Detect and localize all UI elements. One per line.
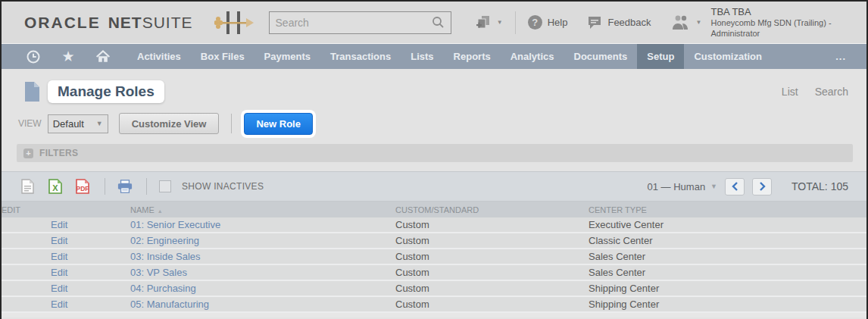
nav-item-lists[interactable]: Lists — [401, 44, 443, 69]
table-header-row: EDIT NAME▲ CUSTOM/STANDARD CENTER TYPE — [2, 202, 866, 217]
create-new-menu[interactable]: ▼ — [476, 14, 503, 30]
list-link[interactable]: List — [782, 86, 798, 98]
controls-divider — [231, 114, 232, 133]
next-page-button[interactable] — [752, 178, 772, 195]
nav-item-payments[interactable]: Payments — [254, 44, 320, 69]
help-icon: ? — [528, 15, 542, 30]
table-row: Edit 04: Purchasing Custom Shipping Cent… — [2, 281, 866, 297]
search-link[interactable]: Search — [815, 86, 848, 98]
table-row: Edit 03: Inside Sales Custom Sales Cente… — [2, 249, 866, 265]
custom-standard-value: Custom — [395, 267, 589, 278]
column-header-custom-standard: CUSTOM/STANDARD — [395, 205, 589, 214]
help-button[interactable]: ? Help — [528, 15, 568, 30]
edit-link[interactable]: Edit — [51, 251, 67, 262]
toolbar-divider — [146, 178, 147, 195]
new-role-button[interactable]: New Role — [244, 113, 313, 135]
pagination-group: 01 — Human ▼ TOTAL: 105 — [648, 178, 848, 195]
nav-item-reports[interactable]: Reports — [444, 44, 501, 69]
table-row: Edit 05: Manufacturing Custom Shipping C… — [2, 297, 866, 313]
global-search[interactable] — [269, 11, 451, 34]
filters-label: FILTERS — [39, 148, 78, 158]
table-row: Edit 01: Senior Executive Custom Executi… — [2, 217, 866, 233]
column-header-name-label: NAME — [130, 205, 155, 214]
page-title: Manage Roles — [58, 83, 155, 100]
top-header-bar: ORACLENETSUITE — [2, 2, 866, 44]
view-label: VIEW — [18, 118, 42, 129]
table-row: Edit 02: Engineering Custom Classic Cent… — [2, 233, 866, 249]
user-roles-menu[interactable]: ▼ — [671, 14, 702, 31]
column-header-edit: EDIT — [2, 205, 130, 214]
roles-table-body: Edit 01: Senior Executive Custom Executi… — [2, 217, 866, 313]
edit-link[interactable]: Edit — [51, 299, 67, 310]
center-type-value: Classic Center — [589, 235, 866, 246]
nav-item-documents[interactable]: Documents — [564, 44, 638, 69]
search-input[interactable] — [276, 17, 432, 29]
role-name-link[interactable]: 04: Purchasing — [130, 283, 196, 294]
nav-item-analytics[interactable]: Analytics — [501, 44, 564, 69]
show-inactives-checkbox[interactable] — [159, 180, 171, 192]
sort-ascending-icon: ▲ — [158, 208, 163, 214]
role-name-link[interactable]: 03: Inside Sales — [130, 251, 201, 262]
view-select-value: Default — [53, 118, 84, 130]
print-icon[interactable] — [117, 179, 133, 194]
honeycomb-logo-icon — [214, 8, 255, 37]
chevron-down-icon: ▼ — [96, 120, 103, 127]
header-divider — [515, 11, 516, 34]
center-type-value: Shipping Center — [589, 283, 866, 294]
column-header-name[interactable]: NAME▲ — [130, 205, 395, 214]
edit-link[interactable]: Edit — [51, 267, 67, 278]
user-role: Honeycomb Mfg SDN (Trailing) - Administr… — [710, 18, 866, 39]
role-name-link[interactable]: 01: Senior Executive — [130, 219, 220, 230]
recent-records-icon[interactable] — [26, 49, 41, 64]
help-label: Help — [548, 17, 568, 28]
table-row: Edit 03: VP Sales Custom Sales Center — [2, 265, 866, 281]
table-toolbar: X PDF SHOW INACTIVES 01 — Human — [2, 171, 866, 202]
oracle-netsuite-logo: ORACLENETSUITE — [24, 14, 193, 32]
view-select[interactable]: Default ▼ — [48, 114, 108, 133]
toolbar-divider — [105, 178, 105, 195]
shortcuts-star-icon[interactable]: ★ — [61, 49, 76, 64]
export-excel-icon[interactable]: X — [48, 179, 64, 194]
nav-item-activities[interactable]: Activities — [127, 44, 191, 69]
chevron-down-icon: ▼ — [710, 183, 717, 190]
netsuite-window: ORACLENETSUITE — [0, 0, 868, 319]
center-type-value: Shipping Center — [589, 299, 866, 310]
nav-item-more[interactable]: ... — [826, 44, 856, 69]
customize-view-button[interactable]: Customize View — [119, 113, 220, 134]
nav-item-box-files[interactable]: Box Files — [191, 44, 254, 69]
feedback-button[interactable]: Feedback — [587, 15, 651, 30]
segment-select[interactable]: 01 — Human ▼ — [648, 181, 718, 192]
role-name-link[interactable]: 02: Engineering — [130, 235, 199, 246]
custom-standard-value: Custom — [395, 235, 589, 246]
user-name: TBA TBA — [710, 6, 866, 18]
total-count: TOTAL: 105 — [792, 180, 848, 192]
nav-item-transactions[interactable]: Transactions — [320, 44, 401, 69]
nav-item-setup[interactable]: Setup — [637, 44, 684, 69]
export-pdf-icon[interactable]: PDF — [76, 179, 91, 194]
svg-text:PDF: PDF — [76, 185, 89, 192]
export-csv-icon[interactable] — [21, 179, 36, 194]
role-name-link[interactable]: 03: VP Sales — [130, 267, 187, 278]
center-type-value: Executive Center — [589, 219, 866, 230]
search-icon[interactable] — [432, 16, 445, 29]
role-name-link[interactable]: 05: Manufacturing — [130, 299, 209, 310]
home-icon[interactable] — [95, 49, 111, 64]
nav-icon-group: ★ — [2, 44, 127, 69]
filters-bar[interactable]: + FILTERS — [17, 144, 853, 162]
edit-link[interactable]: Edit — [51, 219, 67, 230]
prev-page-button[interactable] — [725, 178, 745, 195]
partial-next-row — [2, 313, 866, 317]
feedback-icon — [587, 15, 602, 30]
main-navbar: ★ ActivitiesBox FilesPaymentsTransaction… — [2, 44, 866, 69]
edit-link[interactable]: Edit — [51, 235, 67, 246]
center-type-value: Sales Center — [589, 267, 866, 278]
expand-filters-icon: + — [23, 149, 33, 158]
custom-standard-value: Custom — [395, 283, 589, 294]
nav-item-customization[interactable]: Customization — [684, 44, 772, 69]
edit-link[interactable]: Edit — [51, 283, 67, 294]
segment-value: 01 — Human — [648, 181, 706, 192]
feedback-label: Feedback — [607, 17, 651, 28]
svg-text:X: X — [52, 183, 58, 192]
create-new-icon — [476, 14, 492, 30]
nav-menu: ActivitiesBox FilesPaymentsTransactionsL… — [127, 44, 866, 69]
